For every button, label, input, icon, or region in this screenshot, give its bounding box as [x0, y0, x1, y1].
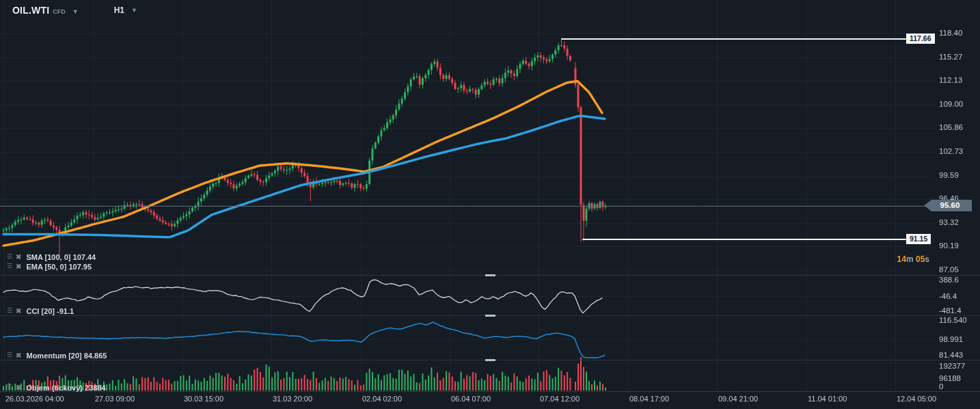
countdown-seconds: 05 — [916, 254, 925, 264]
panel-resize-handle[interactable] — [485, 359, 495, 361]
time-tick-label: 30.03 15:00 — [184, 395, 223, 403]
trading-chart: OIL.WTI CFD ▼ H1 ▼ ☰ ✖ SMA [100, 0] 107.… — [0, 0, 980, 409]
momentum-tick-label: 81.443 — [939, 351, 963, 359]
indicator-row-cci: ☰ ✖ CCI [20] -91.1 — [7, 306, 74, 315]
symbol-selector[interactable]: OIL.WTI CFD ▼ — [12, 5, 79, 16]
indicator-remove-icon[interactable]: ✖ — [16, 254, 21, 261]
momentum-tick-label: 116.540 — [939, 316, 967, 324]
chart-header: OIL.WTI CFD ▼ H1 ▼ — [0, 0, 980, 21]
indicator-label-volume: Objem (tickový) 23884 — [26, 384, 105, 392]
volume-tick-label: 96188 — [939, 374, 961, 382]
price-axis[interactable]: 118.40115.27112.13109.00105.86102.7399.5… — [935, 0, 980, 391]
indicator-label-ema: EMA [50, 0] 107.95 — [26, 263, 92, 271]
time-tick-label: 27.03 09:00 — [95, 395, 135, 403]
resistance-level-label[interactable]: 117.66 — [906, 34, 935, 44]
price-tick-label: 87.05 — [939, 265, 959, 274]
price-tick-label: 109.00 — [939, 100, 963, 108]
time-tick-label: 31.03 20:00 — [273, 395, 312, 403]
indicator-settings-icon[interactable]: ☰ — [7, 384, 12, 391]
time-tick-label: 26.03.2026 04:00 — [5, 395, 64, 403]
indicator-label-sma: SMA [100, 0] 107.44 — [26, 253, 96, 261]
cci-tick-label: 388.6 — [939, 276, 959, 284]
price-tick-label: 93.32 — [939, 218, 959, 226]
indicator-remove-icon[interactable]: ✖ — [16, 384, 21, 391]
time-tick-label: 07.04 12:00 — [540, 395, 580, 403]
time-tick-label: 08.04 17:00 — [629, 395, 669, 403]
time-tick-label: 12.04 05:00 — [897, 395, 936, 403]
volume-tick-label: 0 — [939, 382, 943, 391]
volume-tick-label: 192377 — [939, 362, 965, 370]
indicator-settings-icon[interactable]: ☰ — [7, 352, 12, 358]
indicator-settings-icon[interactable]: ☰ — [7, 308, 12, 314]
chevron-down-icon: ▼ — [72, 8, 79, 15]
instrument-type-badge: CFD — [53, 8, 66, 15]
indicator-settings-icon[interactable]: ☰ — [7, 254, 12, 260]
indicator-settings-icon[interactable]: ☰ — [7, 263, 12, 269]
time-axis[interactable]: 26.03.2026 04:0027.03 09:0030.03 15:0031… — [0, 391, 980, 409]
indicator-remove-icon[interactable]: ✖ — [16, 308, 21, 315]
cci-tick-label: -481.4 — [939, 306, 962, 315]
timeframe-label: H1 — [114, 5, 124, 15]
chevron-down-icon: ▼ — [131, 7, 137, 14]
momentum-tick-label: 98.991 — [939, 335, 963, 343]
indicator-row-volume: ☰ ✖ Objem (tickový) 23884 — [7, 383, 106, 392]
symbol-name: OIL.WTI — [12, 5, 49, 16]
time-tick-label: 06.04 07:00 — [451, 395, 491, 403]
panel-resize-handle[interactable] — [485, 274, 495, 276]
indicator-label-cci: CCI [20] -91.1 — [26, 307, 74, 315]
countdown-seconds-unit: s — [925, 254, 929, 264]
countdown-minutes: 14 — [897, 254, 906, 264]
countdown-minutes-unit: m — [906, 254, 916, 264]
indicator-label-momentum: Momentum [20] 84.865 — [26, 352, 107, 360]
time-tick-label: 11.04 01:00 — [808, 395, 847, 403]
cci-tick-label: -46.4 — [939, 292, 957, 300]
price-tick-label: 112.13 — [939, 76, 962, 84]
candle-countdown: 14m 05s — [897, 254, 929, 264]
price-tick-label: 115.27 — [939, 53, 962, 61]
price-tick-label: 99.59 — [939, 171, 959, 179]
price-tick-label: 90.19 — [939, 241, 959, 250]
price-tick-label: 118.40 — [939, 29, 962, 37]
timeframe-selector[interactable]: H1 ▼ — [114, 5, 137, 15]
chart-canvas[interactable] — [0, 0, 980, 409]
indicator-remove-icon[interactable]: ✖ — [16, 263, 21, 270]
indicator-remove-icon[interactable]: ✖ — [16, 352, 21, 359]
time-tick-label: 02.04 02:00 — [362, 395, 402, 403]
indicator-row-ema: ☰ ✖ EMA [50, 0] 107.95 — [7, 262, 92, 271]
support-level-label[interactable]: 91.15 — [906, 234, 931, 244]
price-tick-label: 105.86 — [939, 123, 963, 131]
price-tick-label: 102.73 — [939, 147, 963, 155]
time-tick-label: 09.04 21:00 — [718, 395, 758, 403]
current-price-tag: 95.60 — [924, 200, 972, 211]
panel-resize-handle[interactable] — [485, 315, 495, 317]
indicator-row-momentum: ☰ ✖ Momentum [20] 84.865 — [7, 351, 107, 360]
indicator-row-sma: ☰ ✖ SMA [100, 0] 107.44 — [7, 252, 96, 261]
